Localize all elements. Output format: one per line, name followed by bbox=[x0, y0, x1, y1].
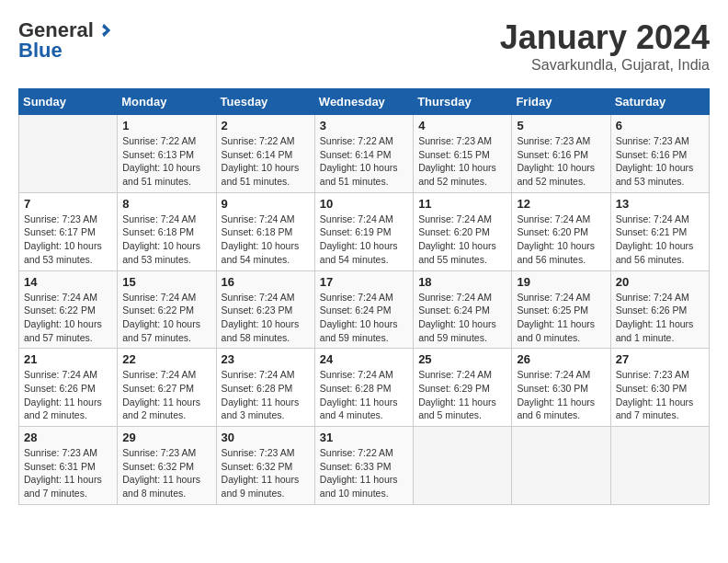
calendar-cell: 20 Sunrise: 7:24 AM Sunset: 6:26 PM Dayl… bbox=[610, 270, 709, 349]
daylight-text: Daylight: 11 hours and 7 minutes. bbox=[24, 474, 102, 499]
sunrise-text: Sunrise: 7:22 AM bbox=[320, 135, 393, 146]
sunrise-text: Sunrise: 7:24 AM bbox=[320, 292, 393, 303]
sunset-text: Sunset: 6:23 PM bbox=[222, 304, 293, 316]
calendar-cell: 27 Sunrise: 7:23 AM Sunset: 6:30 PM Dayl… bbox=[610, 349, 709, 427]
sunset-text: Sunset: 6:21 PM bbox=[616, 226, 688, 237]
sunrise-text: Sunrise: 7:24 AM bbox=[418, 213, 492, 224]
calendar-week-row: 14 Sunrise: 7:24 AM Sunset: 6:22 PM Dayl… bbox=[19, 270, 710, 349]
day-info: Sunrise: 7:23 AM Sunset: 6:32 PM Dayligh… bbox=[222, 446, 310, 500]
day-number: 7 bbox=[24, 197, 112, 211]
sunset-text: Sunset: 6:27 PM bbox=[122, 383, 194, 394]
day-number: 2 bbox=[222, 119, 310, 132]
day-number: 24 bbox=[320, 352, 408, 366]
day-info: Sunrise: 7:22 AM Sunset: 6:14 PM Dayligh… bbox=[222, 134, 310, 189]
day-info: Sunrise: 7:24 AM Sunset: 6:24 PM Dayligh… bbox=[320, 291, 408, 345]
daylight-text: Daylight: 11 hours and 9 minutes. bbox=[222, 474, 300, 499]
sunset-text: Sunset: 6:26 PM bbox=[616, 304, 688, 316]
sunrise-text: Sunrise: 7:24 AM bbox=[122, 213, 196, 224]
daylight-text: Daylight: 10 hours and 59 minutes. bbox=[320, 318, 398, 343]
daylight-text: Daylight: 10 hours and 56 minutes. bbox=[616, 240, 694, 265]
svg-marker-0 bbox=[102, 24, 110, 37]
calendar-cell: 3 Sunrise: 7:22 AM Sunset: 6:14 PM Dayli… bbox=[314, 115, 413, 193]
daylight-text: Daylight: 11 hours and 2 minutes. bbox=[24, 396, 102, 421]
daylight-text: Daylight: 11 hours and 3 minutes. bbox=[222, 396, 300, 421]
calendar-cell: 29 Sunrise: 7:23 AM Sunset: 6:32 PM Dayl… bbox=[118, 427, 216, 505]
daylight-text: Daylight: 11 hours and 10 minutes. bbox=[320, 474, 398, 499]
calendar-cell: 10 Sunrise: 7:24 AM Sunset: 6:19 PM Dayl… bbox=[314, 192, 413, 270]
sunrise-text: Sunrise: 7:24 AM bbox=[222, 369, 295, 380]
daylight-text: Daylight: 10 hours and 51 minutes. bbox=[222, 162, 300, 187]
daylight-text: Daylight: 10 hours and 53 minutes. bbox=[24, 240, 102, 265]
calendar-cell: 1 Sunrise: 7:22 AM Sunset: 6:13 PM Dayli… bbox=[118, 115, 216, 193]
sunrise-text: Sunrise: 7:23 AM bbox=[418, 135, 492, 146]
day-info: Sunrise: 7:24 AM Sunset: 6:22 PM Dayligh… bbox=[122, 291, 210, 345]
calendar-cell: 19 Sunrise: 7:24 AM Sunset: 6:25 PM Dayl… bbox=[512, 270, 610, 349]
calendar-cell: 23 Sunrise: 7:24 AM Sunset: 6:28 PM Dayl… bbox=[216, 349, 314, 427]
day-number: 8 bbox=[122, 197, 210, 211]
sunset-text: Sunset: 6:16 PM bbox=[517, 149, 588, 160]
sunrise-text: Sunrise: 7:24 AM bbox=[517, 292, 590, 303]
calendar-cell bbox=[19, 115, 118, 193]
day-number: 31 bbox=[320, 431, 408, 444]
day-number: 30 bbox=[222, 431, 310, 444]
calendar-cell: 15 Sunrise: 7:24 AM Sunset: 6:22 PM Dayl… bbox=[118, 270, 216, 349]
sunrise-text: Sunrise: 7:24 AM bbox=[122, 292, 196, 303]
day-number: 22 bbox=[122, 352, 210, 366]
sunset-text: Sunset: 6:25 PM bbox=[517, 304, 588, 316]
sunrise-text: Sunrise: 7:24 AM bbox=[418, 369, 492, 380]
day-info: Sunrise: 7:24 AM Sunset: 6:21 PM Dayligh… bbox=[616, 213, 704, 267]
calendar-cell: 17 Sunrise: 7:24 AM Sunset: 6:24 PM Dayl… bbox=[314, 270, 413, 349]
day-number: 20 bbox=[616, 275, 704, 289]
daylight-text: Daylight: 11 hours and 8 minutes. bbox=[122, 474, 200, 499]
day-info: Sunrise: 7:23 AM Sunset: 6:16 PM Dayligh… bbox=[616, 134, 704, 189]
daylight-text: Daylight: 11 hours and 6 minutes. bbox=[517, 396, 595, 421]
day-info: Sunrise: 7:23 AM Sunset: 6:30 PM Dayligh… bbox=[616, 368, 704, 422]
calendar-cell: 14 Sunrise: 7:24 AM Sunset: 6:22 PM Dayl… bbox=[19, 270, 118, 349]
sunrise-text: Sunrise: 7:22 AM bbox=[320, 447, 393, 458]
day-info: Sunrise: 7:23 AM Sunset: 6:16 PM Dayligh… bbox=[517, 134, 605, 189]
day-info: Sunrise: 7:24 AM Sunset: 6:24 PM Dayligh… bbox=[418, 291, 506, 345]
weekday-header: Friday bbox=[512, 89, 610, 115]
calendar-cell: 12 Sunrise: 7:24 AM Sunset: 6:20 PM Dayl… bbox=[512, 192, 610, 270]
sunrise-text: Sunrise: 7:24 AM bbox=[616, 292, 689, 303]
day-info: Sunrise: 7:24 AM Sunset: 6:27 PM Dayligh… bbox=[122, 368, 210, 422]
calendar-cell: 31 Sunrise: 7:22 AM Sunset: 6:33 PM Dayl… bbox=[314, 427, 413, 505]
sunset-text: Sunset: 6:14 PM bbox=[320, 149, 392, 160]
day-info: Sunrise: 7:24 AM Sunset: 6:26 PM Dayligh… bbox=[24, 368, 112, 422]
sunset-text: Sunset: 6:32 PM bbox=[222, 461, 293, 472]
daylight-text: Daylight: 11 hours and 0 minutes. bbox=[517, 318, 595, 343]
day-number: 29 bbox=[122, 431, 210, 444]
day-number: 9 bbox=[222, 197, 310, 211]
day-number: 27 bbox=[616, 352, 704, 366]
sunrise-text: Sunrise: 7:24 AM bbox=[320, 369, 393, 380]
calendar-cell: 8 Sunrise: 7:24 AM Sunset: 6:18 PM Dayli… bbox=[118, 192, 216, 270]
calendar-header-row: SundayMondayTuesdayWednesdayThursdayFrid… bbox=[19, 89, 710, 115]
sunrise-text: Sunrise: 7:24 AM bbox=[616, 213, 689, 224]
sunset-text: Sunset: 6:16 PM bbox=[616, 149, 688, 160]
sunrise-text: Sunrise: 7:22 AM bbox=[122, 135, 196, 146]
sunset-text: Sunset: 6:31 PM bbox=[24, 461, 96, 472]
sunset-text: Sunset: 6:20 PM bbox=[418, 226, 490, 237]
sunrise-text: Sunrise: 7:23 AM bbox=[616, 135, 689, 146]
daylight-text: Daylight: 10 hours and 52 minutes. bbox=[517, 162, 595, 187]
daylight-text: Daylight: 10 hours and 57 minutes. bbox=[122, 318, 200, 343]
sunrise-text: Sunrise: 7:24 AM bbox=[320, 213, 393, 224]
sunset-text: Sunset: 6:32 PM bbox=[122, 461, 194, 472]
sunrise-text: Sunrise: 7:24 AM bbox=[222, 292, 295, 303]
sunrise-text: Sunrise: 7:22 AM bbox=[222, 135, 295, 146]
calendar-cell: 26 Sunrise: 7:24 AM Sunset: 6:30 PM Dayl… bbox=[512, 349, 610, 427]
day-number: 12 bbox=[517, 197, 605, 211]
location-subtitle: Savarkundla, Gujarat, India bbox=[500, 57, 710, 74]
sunset-text: Sunset: 6:33 PM bbox=[320, 461, 392, 472]
daylight-text: Daylight: 10 hours and 55 minutes. bbox=[418, 240, 496, 265]
sunrise-text: Sunrise: 7:23 AM bbox=[24, 447, 97, 458]
day-number: 6 bbox=[616, 119, 704, 132]
day-info: Sunrise: 7:23 AM Sunset: 6:32 PM Dayligh… bbox=[122, 446, 210, 500]
page-header: General Blue January 2024 Savarkundla, G… bbox=[18, 18, 710, 74]
sunset-text: Sunset: 6:19 PM bbox=[320, 226, 392, 237]
day-info: Sunrise: 7:22 AM Sunset: 6:14 PM Dayligh… bbox=[320, 134, 408, 189]
day-number: 18 bbox=[418, 275, 506, 289]
day-number: 19 bbox=[517, 275, 605, 289]
day-number: 4 bbox=[418, 119, 506, 132]
calendar-cell bbox=[610, 427, 709, 505]
